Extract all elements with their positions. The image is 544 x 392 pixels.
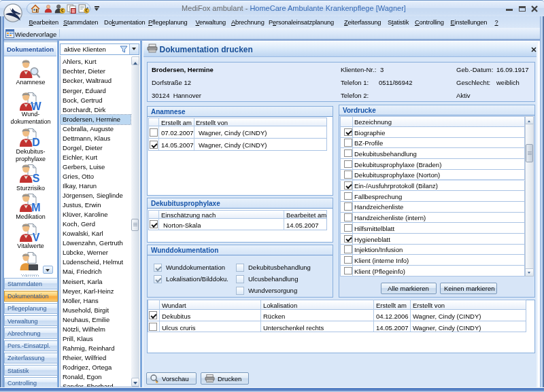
svg-text:€: €	[85, 8, 88, 13]
svg-text:W: W	[31, 101, 41, 111]
svg-text:S: S	[33, 173, 40, 183]
svg-text:V: V	[33, 232, 40, 242]
svg-text:M: M	[31, 202, 40, 212]
svg-text:D: D	[32, 137, 40, 147]
